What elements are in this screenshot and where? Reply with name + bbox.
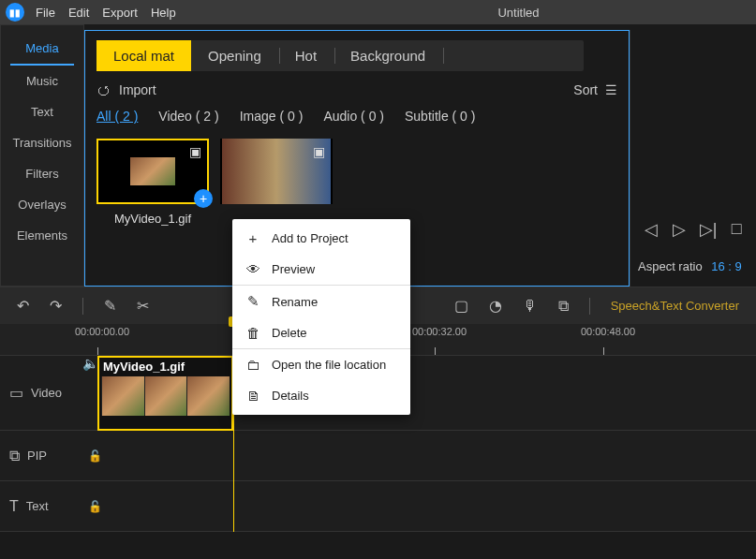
main-menu: File Edit Export Help bbox=[36, 6, 176, 20]
sidebar-item-filters[interactable]: Filters bbox=[1, 158, 83, 189]
media-thumbnails: ▣ + MyVideo_1.gif ▣ bbox=[96, 139, 617, 226]
menu-export[interactable]: Export bbox=[102, 6, 138, 20]
filter-subtitle[interactable]: Subtitle ( 0 ) bbox=[405, 109, 475, 124]
undo-button[interactable]: ↶ bbox=[17, 297, 29, 315]
pencil-icon: ✎ bbox=[245, 293, 260, 310]
add-to-project-icon[interactable]: + bbox=[194, 189, 213, 208]
lock-icon[interactable]: 🔓 bbox=[88, 500, 102, 513]
ctx-details[interactable]: 🗎Details bbox=[232, 380, 410, 411]
tab-local[interactable]: Local mat bbox=[96, 40, 191, 71]
menu-file[interactable]: File bbox=[36, 6, 55, 20]
lock-icon[interactable]: 🔓 bbox=[88, 449, 102, 463]
filter-video[interactable]: Video ( 2 ) bbox=[158, 109, 218, 124]
ctx-delete[interactable]: 🗑Delete bbox=[232, 317, 410, 348]
track-text[interactable]: T Text 🔓 bbox=[0, 481, 756, 532]
filter-image[interactable]: Image ( 0 ) bbox=[240, 109, 304, 124]
import-label: Import bbox=[119, 82, 156, 97]
ruler-t2: 00:00:32.00 bbox=[407, 326, 472, 337]
sidebar-item-media[interactable]: Media bbox=[10, 33, 74, 66]
track-text-head: T Text bbox=[0, 498, 97, 515]
media-filters: All ( 2 ) Video ( 2 ) Image ( 0 ) Audio … bbox=[96, 109, 617, 124]
track-pip[interactable]: ⧉ PIP 🔓 bbox=[0, 431, 756, 481]
menu-edit[interactable]: Edit bbox=[68, 6, 89, 20]
eye-icon: 👁 bbox=[245, 261, 260, 277]
track-text-label: Text bbox=[26, 499, 49, 513]
track-pip-head: ⧉ PIP bbox=[0, 448, 97, 464]
aspect-ratio[interactable]: Aspect ratio 16 : 9 bbox=[638, 259, 756, 273]
folder-icon: 🗀 bbox=[245, 357, 260, 373]
track-video-body[interactable]: MyVideo_1.gif bbox=[97, 356, 756, 430]
list-icon: ☰ bbox=[605, 82, 617, 97]
tab-background[interactable]: Background bbox=[334, 40, 442, 71]
track-pip-label: PIP bbox=[27, 449, 47, 463]
titlebar: ▮▮ File Edit Export Help Untitled bbox=[0, 0, 756, 24]
media-item-1-frame: ▣ + bbox=[96, 139, 209, 204]
sidebar-item-music[interactable]: Music bbox=[1, 66, 83, 96]
stop-button[interactable]: □ bbox=[732, 219, 742, 240]
redo-button[interactable]: ↷ bbox=[50, 297, 62, 315]
playback-controls: ◁ ▷ ▷| □ bbox=[630, 219, 756, 240]
ctx-open-location[interactable]: 🗀Open the file location bbox=[232, 349, 410, 380]
media-item-1[interactable]: ▣ + MyVideo_1.gif bbox=[96, 139, 209, 226]
import-icon: ⭯ bbox=[96, 82, 110, 97]
speed-tool[interactable]: ◔ bbox=[489, 297, 502, 315]
preview-pane: ◁ ▷ ▷| □ Aspect ratio 16 : 9 bbox=[630, 30, 756, 287]
separator bbox=[589, 298, 590, 315]
crop-tool[interactable]: ▢ bbox=[454, 297, 468, 315]
media-item-2-frame: ▣ bbox=[220, 139, 333, 204]
sidebar-item-elements[interactable]: Elements bbox=[1, 220, 83, 251]
prev-frame-button[interactable]: ◁ bbox=[645, 219, 658, 240]
ctx-add-to-project[interactable]: +Add to Project bbox=[232, 223, 410, 254]
tab-hot[interactable]: Hot bbox=[278, 40, 334, 71]
tab-opening[interactable]: Opening bbox=[191, 40, 278, 71]
plus-icon: + bbox=[245, 230, 260, 246]
next-frame-button[interactable]: ▷| bbox=[700, 219, 718, 240]
video-track-icon: ▭ bbox=[9, 384, 23, 402]
media-tabs: Local mat Opening Hot Background bbox=[96, 40, 584, 71]
sort-label: Sort bbox=[573, 82, 598, 97]
context-menu: +Add to Project 👁Preview ✎Rename 🗑Delete… bbox=[232, 219, 410, 415]
camera-icon: ▣ bbox=[189, 144, 201, 159]
record-screen-tool[interactable]: ⧉ bbox=[558, 298, 569, 315]
edit-tool[interactable]: ✎ bbox=[104, 297, 116, 315]
sidebar: Media Music Text Transitions Filters Ove… bbox=[0, 24, 84, 287]
track-video-label: Video bbox=[31, 386, 62, 400]
sidebar-item-overlays[interactable]: Overlays bbox=[1, 189, 83, 220]
filter-all[interactable]: All ( 2 ) bbox=[96, 109, 138, 124]
import-button[interactable]: ⭯ Import bbox=[96, 82, 156, 97]
ruler-t0: 00:00:00.00 bbox=[69, 326, 135, 337]
pip-track-icon: ⧉ bbox=[9, 448, 20, 464]
text-track-icon: T bbox=[9, 498, 19, 515]
timeline-clip-1-label: MyVideo_1.gif bbox=[103, 360, 185, 374]
media-item-1-label: MyVideo_1.gif bbox=[96, 212, 209, 226]
aspect-label: Aspect ratio bbox=[638, 259, 703, 273]
document-title: Untitled bbox=[497, 6, 539, 20]
camera-icon: ▣ bbox=[313, 144, 325, 159]
app-logo: ▮▮ bbox=[6, 3, 24, 22]
sort-button[interactable]: Sort ☰ bbox=[573, 82, 617, 97]
split-tool[interactable]: ✂ bbox=[137, 297, 149, 315]
menu-help[interactable]: Help bbox=[151, 6, 176, 20]
ctx-preview[interactable]: 👁Preview bbox=[232, 254, 410, 285]
media-item-1-image bbox=[130, 157, 175, 185]
play-button[interactable]: ▷ bbox=[673, 219, 686, 240]
timeline-clip-1[interactable]: MyVideo_1.gif bbox=[97, 356, 233, 431]
sidebar-item-transitions[interactable]: Transitions bbox=[1, 127, 83, 158]
media-toolbar: ⭯ Import Sort ☰ bbox=[96, 82, 617, 97]
mute-icon[interactable]: 🔈 bbox=[82, 356, 98, 371]
voiceover-tool[interactable]: 🎙 bbox=[523, 298, 538, 315]
filter-audio[interactable]: Audio ( 0 ) bbox=[323, 109, 384, 124]
trash-icon: 🗑 bbox=[245, 325, 260, 341]
track-text-body[interactable] bbox=[102, 481, 756, 531]
aspect-value: 16 : 9 bbox=[711, 259, 742, 273]
ruler-t3: 00:00:48.00 bbox=[575, 326, 641, 337]
separator bbox=[82, 298, 83, 315]
ctx-rename[interactable]: ✎Rename bbox=[232, 286, 410, 317]
sidebar-item-text[interactable]: Text bbox=[1, 96, 83, 127]
speech-text-converter[interactable]: Speech&Text Converter bbox=[611, 299, 739, 313]
track-video-head: ▭ Video bbox=[0, 384, 97, 402]
track-pip-body[interactable] bbox=[102, 431, 756, 480]
details-icon: 🗎 bbox=[245, 388, 260, 404]
media-item-2[interactable]: ▣ bbox=[220, 139, 333, 226]
